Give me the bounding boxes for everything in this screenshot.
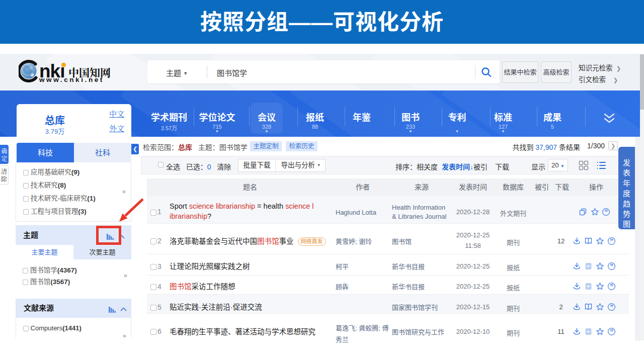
svg-text:”: ” [610, 283, 613, 291]
svg-text:www.cnki.net: www.cnki.net [39, 76, 104, 83]
svg-text:”: ” [604, 208, 608, 216]
svg-text:”: ” [610, 237, 613, 245]
svg-text:”: ” [610, 303, 613, 311]
svg-text:”: ” [610, 262, 613, 270]
svg-text:”: ” [610, 328, 613, 336]
